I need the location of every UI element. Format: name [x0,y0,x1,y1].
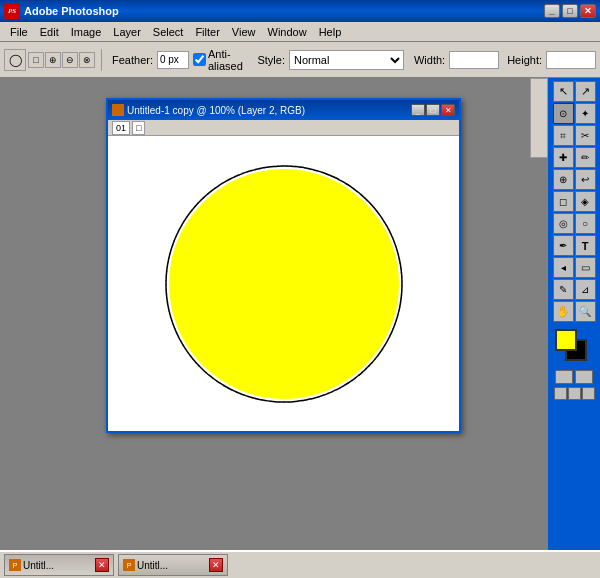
app-title: Adobe Photoshop [24,5,544,17]
taskbar-icon-2: P [123,559,135,571]
tool-row-11: ✋ 🔍 [551,301,597,322]
tool-row-5: ⊕ ↩ [551,169,597,190]
zoom-tool[interactable]: 🔍 [575,301,596,322]
mode-buttons [555,370,593,384]
antialias-checkbox[interactable] [193,53,206,66]
left-panel [0,78,26,550]
shape-tool[interactable]: ▭ [575,257,596,278]
height-label: Height: [507,54,542,66]
tool-row-2: ⊙ ✦ [551,103,597,124]
screen-mode-buttons [554,387,595,400]
tool-row-3: ⌗ ✂ [551,125,597,146]
yellow-circle [169,169,399,399]
tool-row-1: ↖ ↗ [551,81,597,102]
brush-tool[interactable]: ✏ [575,147,596,168]
indicator-1: 01 [112,121,130,135]
document-title: Untitled-1 copy @ 100% (Layer 2, RGB) [127,105,411,116]
menu-bar: File Edit Image Layer Select Filter View… [0,22,600,42]
taskbar-label-1: Untitl... [23,560,93,571]
doc-maximize[interactable]: □ [426,104,440,116]
tool-row-10: ✎ ⊿ [551,279,597,300]
menu-window[interactable]: Window [262,24,313,40]
dodge-tool[interactable]: ○ [575,213,596,234]
tools-column: ↖ ↗ ⊙ ✦ ⌗ ✂ ✚ ✏ ⊕ ↩ [551,81,597,322]
foreground-color-swatch[interactable] [555,329,577,351]
eraser-tool[interactable]: ◻ [553,191,574,212]
canvas-area: Untitled-1 copy @ 100% (Layer 2, RGB) _ … [26,78,548,550]
move-tool[interactable]: ↖ [553,81,574,102]
screen-mode-2[interactable] [568,387,581,400]
app-title-bar: PS Adobe Photoshop _ □ ✕ [0,0,600,22]
clone-stamp-tool[interactable]: ⊕ [553,169,574,190]
document-window: Untitled-1 copy @ 100% (Layer 2, RGB) _ … [106,98,461,433]
doc-close[interactable]: ✕ [441,104,455,116]
add-selection[interactable]: ⊕ [45,52,61,68]
antialias-checkbox-label[interactable]: Anti-aliased [193,48,247,72]
crop-tool[interactable]: ⌗ [553,125,574,146]
menu-edit[interactable]: Edit [34,24,65,40]
taskbar-close-2[interactable]: ✕ [209,558,223,572]
window-controls: _ □ ✕ [544,4,596,18]
blur-tool[interactable]: ◎ [553,213,574,234]
lasso-tool[interactable]: ⊙ [553,103,574,124]
screen-mode-1[interactable] [554,387,567,400]
healing-brush-tool[interactable]: ✚ [553,147,574,168]
notes-tool[interactable]: ✎ [553,279,574,300]
menu-select[interactable]: Select [147,24,190,40]
tool-row-6: ◻ ◈ [551,191,597,212]
fill-tool[interactable]: ◈ [575,191,596,212]
height-input[interactable] [546,51,596,69]
antialias-label: Anti-aliased [208,48,247,72]
hand-tool[interactable]: ✋ [553,301,574,322]
slice-tool[interactable]: ✂ [575,125,596,146]
taskbar-item-2[interactable]: P Untitl... ✕ [118,554,228,576]
doc-minimize[interactable]: _ [411,104,425,116]
menu-help[interactable]: Help [313,24,348,40]
width-input[interactable] [449,51,499,69]
document-controls: _ □ ✕ [411,104,455,116]
maximize-button[interactable]: □ [562,4,578,18]
taskbar: P Untitl... ✕ P Untitl... ✕ [0,550,600,578]
far-right-panel [530,78,548,158]
style-select[interactable]: Normal Fixed Aspect Ratio Fixed Size [289,50,404,70]
history-brush-tool[interactable]: ↩ [575,169,596,190]
document-canvas[interactable] [108,136,459,431]
eyedropper-tool[interactable]: ⊿ [575,279,596,300]
menu-file[interactable]: File [4,24,34,40]
tool-options: ◯ □ ⊕ ⊖ ⊗ [4,49,102,71]
standard-mode-button[interactable] [555,370,573,384]
main-area: Untitled-1 copy @ 100% (Layer 2, RGB) _ … [0,78,600,550]
screen-mode-3[interactable] [582,387,595,400]
document-icon [112,104,124,116]
subtract-selection[interactable]: ⊖ [62,52,78,68]
width-label: Width: [414,54,445,66]
menu-view[interactable]: View [226,24,262,40]
feather-input[interactable] [157,51,189,69]
minimize-button[interactable]: _ [544,4,560,18]
menu-layer[interactable]: Layer [107,24,147,40]
type-tool[interactable]: T [575,235,596,256]
document-title-bar: Untitled-1 copy @ 100% (Layer 2, RGB) _ … [108,100,459,120]
color-swatches [553,327,595,367]
close-button[interactable]: ✕ [580,4,596,18]
toolbox-panel: ↖ ↗ ⊙ ✦ ⌗ ✂ ✚ ✏ ⊕ ↩ [548,78,600,550]
indicator-2: □ [132,121,145,135]
menu-image[interactable]: Image [65,24,108,40]
tool-row-9: ◂ ▭ [551,257,597,278]
taskbar-close-1[interactable]: ✕ [95,558,109,572]
quick-mask-button[interactable] [575,370,593,384]
elliptical-marquee-tool[interactable]: ◯ [4,49,26,71]
intersect-selection[interactable]: ⊗ [79,52,95,68]
app-icon: PS [4,3,20,19]
menu-filter[interactable]: Filter [189,24,225,40]
style-label: Style: [257,54,285,66]
new-selection[interactable]: □ [28,52,44,68]
taskbar-icon-1: P [9,559,21,571]
app-icon-text: PS [8,7,16,15]
magic-wand-tool[interactable]: ✦ [575,103,596,124]
tool-row-7: ◎ ○ [551,213,597,234]
pen-tool[interactable]: ✒ [553,235,574,256]
path-select-tool[interactable]: ◂ [553,257,574,278]
direct-select-tool[interactable]: ↗ [575,81,596,102]
taskbar-item-1[interactable]: P Untitl... ✕ [4,554,114,576]
